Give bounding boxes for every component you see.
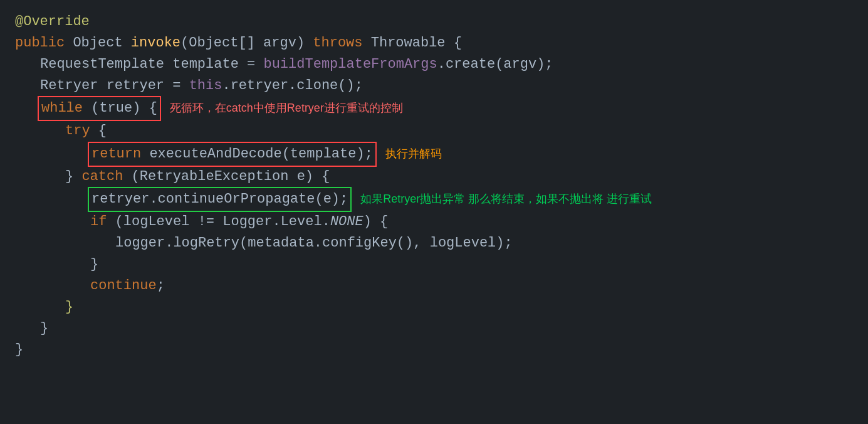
code-text: if (logLevel != Logger.Level.NONE) { — [15, 211, 388, 233]
code-text: continue; — [15, 275, 165, 297]
code-line-14: } — [15, 297, 853, 318]
code-line-7: return executeAndDecode(template); 执行并解码 — [15, 142, 853, 166]
code-line-8: } catch (RetryableException e) { — [15, 166, 853, 188]
code-text: try { — [15, 120, 107, 142]
code-line-10: if (logLevel != Logger.Level.NONE) { — [15, 211, 853, 233]
code-line-5: while (true) { 死循环，在catch中使用Retryer进行重试的… — [15, 97, 853, 120]
code-text: Retryer retryer = this.retryer.clone(); — [15, 75, 363, 97]
kw-throws: throws — [313, 33, 362, 54]
code-line-4: Retryer retryer = this.retryer.clone(); — [15, 75, 853, 97]
code-line-3: RequestTemplate template = buildTemplate… — [15, 54, 853, 75]
kw-public: public — [15, 33, 73, 54]
code-text: retryer.continueOrPropagate(e); — [15, 188, 349, 211]
annotation-override: @Override — [15, 11, 90, 33]
code-line-15: } — [15, 318, 853, 339]
annotation-while: 死循环，在catch中使用Retryer进行重试的控制 — [170, 100, 403, 117]
code-line-16: } — [15, 339, 853, 361]
code-editor: @Override public Object invoke(Object[] … — [15, 11, 853, 361]
box-while: while (true) { — [38, 96, 161, 121]
code-line-13: continue; — [15, 275, 853, 297]
code-text: RequestTemplate template = buildTemplate… — [15, 54, 553, 75]
code-text: public Object invoke(Object[] argv) thro… — [15, 33, 462, 54]
code-text: } — [15, 339, 23, 361]
code-text: } — [15, 254, 98, 275]
annotation-retryer: 如果Retryer抛出异常 那么将结束，如果不抛出将 进行重试 — [360, 191, 652, 208]
type-object: Object — [73, 33, 130, 54]
code-line-9: retryer.continueOrPropagate(e); 如果Retrye… — [15, 188, 853, 211]
code-text: } — [15, 297, 73, 318]
code-line-2: public Object invoke(Object[] argv) thro… — [15, 33, 853, 54]
code-text: logger.logRetry(metadata.configKey(), lo… — [15, 233, 513, 254]
method-invoke: invoke — [131, 33, 180, 54]
code-text: return executeAndDecode(template); — [15, 142, 374, 166]
code-line-12: } — [15, 254, 853, 275]
code-line-6: try { — [15, 120, 853, 142]
code-line-1: @Override — [15, 11, 853, 33]
code-text: } catch (RetryableException e) { — [15, 166, 330, 188]
code-text: } — [15, 318, 48, 339]
annotation-execute: 执行并解码 — [385, 146, 442, 163]
code-text: while (true) { — [15, 97, 159, 120]
box-retryer: retryer.continueOrPropagate(e); — [88, 187, 352, 212]
code-text: @Override — [15, 11, 90, 33]
code-line-11: logger.logRetry(metadata.configKey(), lo… — [15, 233, 853, 254]
box-return: return executeAndDecode(template); — [88, 142, 377, 167]
